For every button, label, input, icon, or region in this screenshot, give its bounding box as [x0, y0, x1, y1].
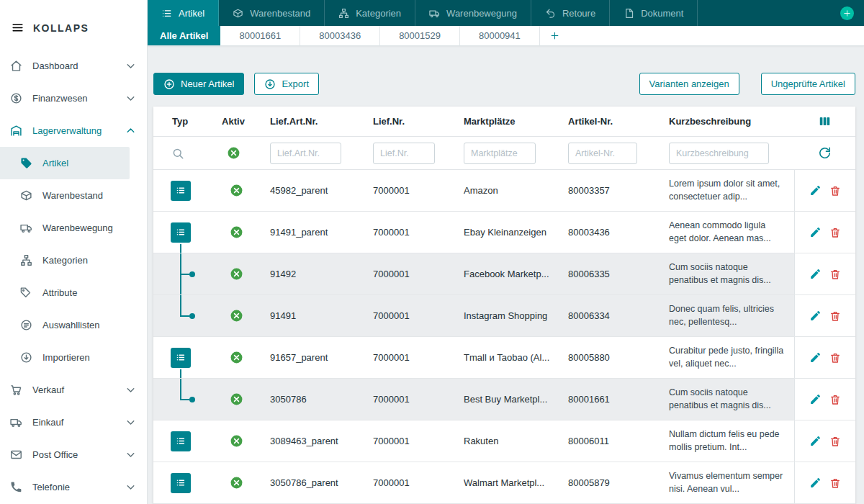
table-row[interactable]: 3089463_parent7000001Rakuten80006011Null… [153, 420, 855, 462]
tab-warenbestand[interactable]: Warenbestand [219, 0, 325, 26]
export-icon [264, 78, 276, 90]
cell-kurzbeschreibung: Curabitur pede justo, fringilla vel, ali… [663, 345, 794, 370]
column-settings-button[interactable] [794, 114, 855, 128]
edit-icon[interactable] [809, 268, 822, 280]
edit-icon[interactable] [809, 477, 822, 489]
filter-aktiv[interactable] [202, 146, 264, 160]
type-list-icon[interactable] [171, 181, 191, 201]
subtab-80000941[interactable]: 80000941 [460, 26, 540, 45]
edit-icon[interactable] [809, 393, 822, 405]
menu-icon[interactable] [12, 22, 24, 34]
table-row[interactable]: 91491_parent7000001Ebay Kleinanzeigen800… [153, 212, 855, 253]
sidebar-item-importieren[interactable]: Importieren [0, 341, 147, 374]
sidebar-item-auswahllisten[interactable]: Auswahllisten [0, 309, 147, 341]
truck-icon [20, 222, 32, 234]
active-icon[interactable] [230, 225, 243, 239]
export-button[interactable]: Export [254, 73, 319, 95]
edit-icon[interactable] [809, 351, 822, 364]
delete-icon[interactable] [829, 310, 841, 322]
sidebar-nav: DashboardFinanzwesenLagerverwaltungArtik… [0, 50, 147, 503]
filter-input-marktpl-tze[interactable] [464, 143, 536, 164]
tab-dokument[interactable]: Dokument [610, 0, 698, 26]
sidebar-item-warenbewegung[interactable]: Warenbewegung [0, 212, 147, 244]
subtab-80003436[interactable]: 80003436 [300, 26, 380, 45]
table-row[interactable]: 914927000001Facebook Marketp...80006335C… [153, 253, 855, 295]
sidebar-item-warenbestand[interactable]: Warenbestand [0, 179, 147, 212]
table-row[interactable]: 91657_parent7000001Tmall и Taobao (Al...… [153, 337, 855, 379]
subtab-80001529[interactable]: 80001529 [380, 26, 460, 45]
delete-icon[interactable] [829, 477, 841, 489]
type-list-icon[interactable] [171, 222, 191, 243]
new-article-button[interactable]: Neuer Artikel [153, 73, 244, 95]
tab-retoure[interactable]: Retoure [531, 0, 610, 26]
subtab-alle-artikel[interactable]: Alle Artikel [148, 26, 220, 45]
filter-input-lief-nr[interactable] [373, 143, 435, 164]
active-icon[interactable] [227, 146, 240, 160]
tab-artikel[interactable]: Artikel [148, 0, 219, 26]
cell-aktiv [202, 184, 264, 197]
sidebar-item-dashboard[interactable]: Dashboard [0, 50, 147, 82]
articles-table: TypAktivLief.Art.Nr.Lief.Nr.MarktplätzeA… [153, 107, 855, 504]
sidebar-item-finanzwesen[interactable]: Finanzwesen [0, 82, 147, 114]
column-header-typ[interactable]: Typ [153, 116, 202, 127]
sidebar-item-artikel[interactable]: Artikel [0, 147, 130, 179]
type-list-icon[interactable] [171, 473, 191, 493]
column-header-marktpl-tze[interactable]: Marktplätze [458, 116, 562, 127]
tree-node-dot [189, 313, 195, 319]
filter-cell [367, 143, 458, 164]
edit-icon[interactable] [809, 184, 822, 197]
add-subtab-button[interactable] [540, 26, 570, 45]
subtab-80001661[interactable]: 80001661 [220, 26, 300, 45]
content: Neuer Artikel Export Varianten anzeigen … [148, 46, 864, 504]
tab-kategorien[interactable]: Kategorien [325, 0, 415, 26]
sidebar-item-attribute[interactable]: Attribute [0, 276, 147, 309]
delete-icon[interactable] [829, 352, 841, 364]
active-icon[interactable] [230, 184, 243, 197]
column-header-kurzbeschreibung[interactable]: Kurzbeschreibung [663, 116, 794, 127]
sidebar-item-lagerverwaltung[interactable]: Lagerverwaltung [0, 114, 147, 147]
cell-typ [153, 462, 202, 503]
table-row[interactable]: 3050786_parent7000001Walmart Marketpl...… [153, 462, 855, 504]
cell-artikel-nr: 80006011 [562, 436, 663, 446]
sidebar-item-label: Artikel [42, 158, 68, 168]
delete-icon[interactable] [829, 227, 841, 238]
sidebar-item-verkauf[interactable]: Verkauf [0, 374, 147, 406]
column-header-artikel-nr[interactable]: Artikel-Nr. [562, 116, 663, 127]
cell-marktplatz: Facebook Marketp... [458, 269, 562, 279]
unverified-articles-button[interactable]: Ungeprüfte Artikel [761, 73, 855, 95]
edit-icon[interactable] [809, 435, 822, 447]
delete-icon[interactable] [829, 394, 841, 405]
show-variants-button[interactable]: Varianten anzeigen [639, 73, 739, 95]
type-list-icon[interactable] [171, 431, 191, 451]
column-header-aktiv[interactable]: Aktiv [202, 116, 264, 127]
active-icon[interactable] [230, 267, 243, 281]
table-row[interactable]: 30507867000001Best Buy Marketpl...800016… [153, 379, 855, 420]
edit-icon[interactable] [809, 310, 822, 322]
filter-input-kurzbeschreibung[interactable] [669, 143, 769, 164]
active-icon[interactable] [230, 434, 243, 448]
column-header-lief-art-nr[interactable]: Lief.Art.Nr. [264, 116, 367, 127]
sidebar-item-kategorien[interactable]: Kategorien [0, 244, 147, 276]
active-icon[interactable] [230, 392, 243, 406]
delete-icon[interactable] [829, 269, 841, 280]
filter-input-artikel-nr[interactable] [568, 143, 637, 164]
active-icon[interactable] [230, 476, 243, 490]
sidebar-item-telefonie[interactable]: Telefonie [0, 471, 147, 503]
table-row[interactable]: 914917000001Instagram Shopping80006334Do… [153, 295, 855, 337]
column-header-lief-nr[interactable]: Lief.Nr. [367, 116, 458, 127]
cell-marktplatz: Instagram Shopping [458, 310, 562, 321]
refresh-icon[interactable] [818, 146, 832, 160]
cell-marktplatz: Amazon [458, 185, 562, 196]
add-tab-button[interactable] [840, 6, 854, 20]
table-row[interactable]: 45982_parent7000001Amazon80003357Lorem i… [153, 170, 855, 212]
sidebar-item-einkauf[interactable]: Einkauf [0, 406, 147, 438]
tab-warenbewegung[interactable]: Warenbewegung [415, 0, 531, 26]
active-icon[interactable] [230, 351, 243, 364]
edit-icon[interactable] [809, 226, 822, 238]
filter-input-lief-art-nr[interactable] [270, 143, 341, 164]
sidebar-item-post-office[interactable]: Post Office [0, 438, 147, 471]
active-icon[interactable] [230, 309, 243, 323]
type-list-icon[interactable] [171, 348, 191, 368]
delete-icon[interactable] [829, 185, 841, 197]
delete-icon[interactable] [829, 436, 841, 447]
